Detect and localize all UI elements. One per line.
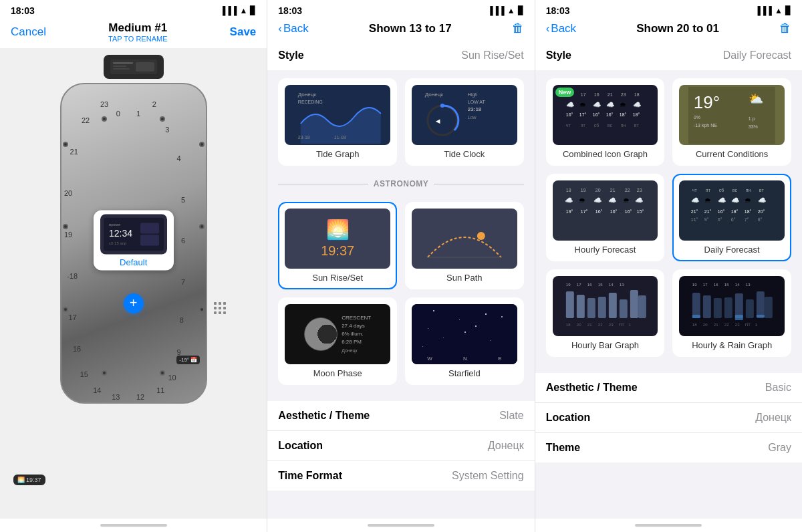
top-widget[interactable] <box>104 55 164 79</box>
style-row-3[interactable]: Style Daily Forecast <box>535 41 802 70</box>
phone-2: 18:03 ▐▐▐ ▲ ▊ ‹ Back Shown 13 to 17 🗑 St… <box>267 0 534 532</box>
svg-rect-133 <box>692 293 700 318</box>
svg-text:18°: 18° <box>731 209 739 214</box>
bottom-settings-2: Aesthetic / Theme Slate Location Донецк … <box>267 401 534 491</box>
svg-rect-112 <box>576 295 584 318</box>
compass-labels: WNE <box>412 356 517 362</box>
astronomy-divider: ASTRONOMY <box>267 174 534 194</box>
svg-text:6°: 6° <box>731 217 736 222</box>
delete-button-2[interactable]: 🗑 <box>512 21 524 35</box>
time-3: 18:03 <box>546 5 570 16</box>
time-format-row-2[interactable]: Time Format System Setting <box>267 461 534 491</box>
svg-text:18: 18 <box>634 92 639 97</box>
back-button-2[interactable]: ‹ Back <box>278 22 308 35</box>
anchor-dot <box>63 142 68 147</box>
daily-forecast-svg: чт пт сб вс пн вт ☁️ 🌧 ☁️ ☁️ 🌧 ☁️ <box>679 182 785 239</box>
save-button[interactable]: Save <box>230 25 257 39</box>
svg-text:🌧: 🌧 <box>622 196 629 204</box>
svg-rect-10 <box>140 235 159 245</box>
watch-number-4: 4 <box>176 154 180 162</box>
svg-text:19°: 19° <box>565 209 573 214</box>
style-card-hourly-forecast[interactable]: 18 19 20 21 22 23 ☁️ 🌧 ☁️ ☁️ 🌧 ☁️ <box>546 174 665 261</box>
svg-text:Донецк: Донецк <box>425 92 443 98</box>
tide-clock-svg: Донецк High LOW AT 23:18 Low ◀ <box>412 87 517 144</box>
tide-graph-preview: Донецк RECEDING 23-18 11-03 <box>285 85 390 145</box>
svg-text:7°: 7° <box>745 217 749 222</box>
style-card-hourly-rain[interactable]: 19 17 16 15 14 13 <box>672 269 791 357</box>
svg-text:16°: 16° <box>718 209 725 214</box>
style-row-2[interactable]: Style Sun Rise/Set <box>267 41 534 70</box>
scroll-area-2[interactable]: Style Sun Rise/Set Донецк RECEDING 23-18… <box>267 41 534 519</box>
svg-text:16°: 16° <box>565 112 573 117</box>
sun-path-preview <box>412 209 517 269</box>
watch-number-14: 14 <box>93 386 101 394</box>
svg-text:21: 21 <box>587 323 591 327</box>
svg-text:🌧: 🌧 <box>619 101 626 108</box>
svg-text:☁️: ☁️ <box>758 196 767 205</box>
delete-button-3[interactable]: 🗑 <box>779 21 791 35</box>
scrollbar-handle[interactable] <box>214 302 226 314</box>
style-card-combined-icon[interactable]: New 19 17 16 21 23 18 ☁️ 🌧 ☁️ <box>546 78 665 166</box>
svg-text:17°: 17° <box>580 209 587 214</box>
add-widget-button[interactable]: + <box>124 293 144 313</box>
svg-rect-135 <box>714 298 722 318</box>
watch-number-8: 8 <box>180 316 184 324</box>
style-card-daily-forecast[interactable]: чт пт сб вс пн вт ☁️ 🌧 ☁️ ☁️ 🌧 ☁️ <box>672 174 791 261</box>
status-icons-1: ▐▐▐ ▲ ▊ <box>220 6 256 15</box>
svg-text:пт: пт <box>706 188 711 192</box>
time-format-value-2: System Setting <box>452 470 524 482</box>
style-card-hourly-bar[interactable]: 19 17 16 15 14 13 <box>546 269 665 357</box>
home-bar-3 <box>635 524 702 527</box>
time-1: 18:03 <box>11 5 35 16</box>
tide-graph-svg: Донецк RECEDING 23-18 11-03 <box>285 87 390 144</box>
svg-text:чт: чт <box>692 188 698 192</box>
corner-widget-right[interactable]: -19° 📅 <box>176 356 200 364</box>
watch-number-13: 13 <box>112 393 120 401</box>
current-conditions-preview: 19° ⛅ 0% -13 kph NE 1 p 33% <box>679 85 785 145</box>
style-card-tide-clock[interactable]: Донецк High LOW AT 23:18 Low ◀ Tide Cloc… <box>405 78 524 166</box>
watch-center-widget[interactable]: время 12:34 сб 15 апр Default <box>94 211 174 271</box>
starfield-content: WNE <box>412 304 517 364</box>
wifi-icon: ▲ <box>239 6 247 15</box>
divider-line-right <box>434 184 523 184</box>
style-grid-3: New 19 17 16 21 23 18 ☁️ 🌧 ☁️ <box>535 70 802 365</box>
svg-text:11°: 11° <box>691 217 698 222</box>
location-label-2: Location <box>278 440 323 452</box>
aesthetic-row-2[interactable]: Aesthetic / Theme Slate <box>267 401 534 431</box>
style-card-current-conditions[interactable]: 19° ⛅ 0% -13 kph NE 1 p 33% Current Cond… <box>672 78 791 166</box>
svg-text:6°: 6° <box>718 217 722 222</box>
tide-graph-label: Tide Graph <box>316 149 360 159</box>
svg-rect-9 <box>140 223 159 233</box>
svg-rect-142 <box>735 315 743 320</box>
rename-subtitle: TAP TO RENAME <box>108 35 167 43</box>
sun-rise-preview: 🌅 19:37 <box>285 209 390 269</box>
location-row-2[interactable]: Location Донецк <box>267 431 534 461</box>
scroll-area-3[interactable]: Style Daily Forecast New 19 17 16 21 23 <box>535 41 802 519</box>
svg-text:🌧: 🌧 <box>745 196 751 204</box>
shown-range-3: Shown 20 to 01 <box>636 22 719 35</box>
style-card-tide-graph[interactable]: Донецк RECEDING 23-18 11-03 Tide Graph <box>278 78 397 166</box>
svg-text:22: 22 <box>624 188 630 192</box>
svg-text:15: 15 <box>724 283 729 287</box>
style-card-starfield[interactable]: WNE Starfield <box>405 297 524 385</box>
bottom-time-widget[interactable]: 🌅 19:37 <box>13 475 45 485</box>
anchor-dot <box>160 370 165 376</box>
svg-text:15°: 15° <box>636 209 644 214</box>
style-card-sun-path[interactable]: Sun Path <box>405 202 524 289</box>
style-card-sun-rise[interactable]: 🌅 19:37 Sun Rise/Set <box>278 202 397 289</box>
hourly-rain-label: Hourly & Rain Graph <box>692 340 772 350</box>
back-button-3[interactable]: ‹ Back <box>546 22 576 35</box>
sun-rise-label: Sun Rise/Set <box>312 273 363 283</box>
style-card-moon-phase[interactable]: CRESCENT 27.4 days 6% illum. 6:28 PM Дон… <box>278 297 397 385</box>
watch-number-10: 10 <box>168 374 176 382</box>
svg-text:19: 19 <box>580 188 585 192</box>
location-row-3[interactable]: Location Донецк <box>535 403 802 433</box>
hourly-rain-svg: 19 17 16 15 14 13 <box>679 278 785 335</box>
aesthetic-row-3[interactable]: Aesthetic / Theme Basic <box>535 373 802 403</box>
theme-row-3[interactable]: Theme Gray <box>535 433 802 462</box>
new-badge: New <box>555 88 575 97</box>
style-grid-astronomy: 🌅 19:37 Sun Rise/Set Sun Path <box>267 194 534 393</box>
bottom-widget-bar: 🌅 19:37 <box>13 475 253 485</box>
svg-text:⛅: ⛅ <box>749 92 764 106</box>
cancel-button[interactable]: Cancel <box>11 25 46 39</box>
